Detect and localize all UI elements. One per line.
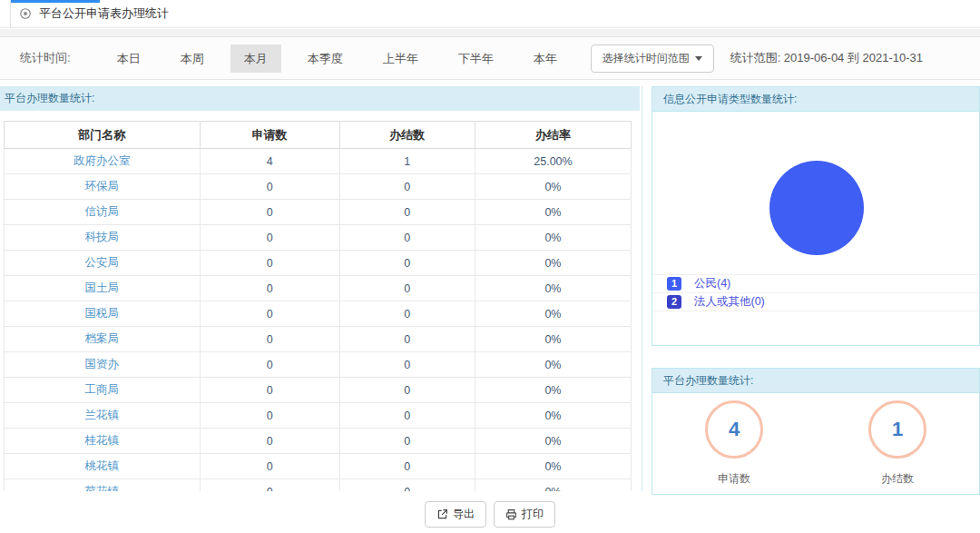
eye-icon (19, 7, 32, 20)
table-row: 信访局 0 0 0% (5, 200, 632, 225)
title-bar: 平台公开申请表办理统计 (0, 0, 980, 28)
done-rate-cell: 0% (475, 352, 631, 378)
department-stats-table-wrap: 部门名称申请数办结数办结率 政府办公室 4 1 25.00% 环保局 0 0 0… (4, 121, 632, 491)
department-link[interactable]: 国资办 (85, 358, 120, 370)
department-link[interactable]: 国税局 (85, 307, 120, 320)
apply-count-cell: 0 (200, 479, 339, 492)
apply-count-cell: 0 (200, 251, 339, 276)
done-rate-cell: 0% (475, 276, 631, 301)
done-rate-cell: 0% (475, 403, 631, 429)
table-header-cell: 部门名称 (5, 122, 201, 149)
stat-label: 申请数 (680, 471, 789, 487)
stat-circle-group: 4 申请数 (680, 400, 789, 487)
chevron-down-icon (695, 56, 702, 61)
footer-actions: 导出 打印 (0, 501, 980, 528)
time-filter-option[interactable]: 下半年 (445, 44, 507, 73)
done-rate-cell: 0% (475, 301, 631, 327)
department-link[interactable]: 国土局 (85, 281, 120, 294)
legend-label: 法人或其他(0) (694, 294, 765, 310)
select-time-range-button[interactable]: 选择统计时间范围 (591, 44, 714, 73)
pie-legend: 1 公民(4) 2 法人或其他(0) (652, 274, 979, 326)
department-link[interactable]: 政府办公室 (74, 154, 131, 167)
apply-count-cell: 0 (200, 276, 339, 301)
spacer-band (0, 29, 980, 36)
time-filter-option[interactable]: 本季度 (294, 44, 357, 73)
table-row: 工商局 0 0 0% (5, 378, 632, 403)
legend-item[interactable]: 1 公民(4) (652, 275, 979, 293)
done-count-cell: 1 (339, 149, 475, 174)
legend-index-badge: 2 (667, 295, 681, 309)
stat-circle: 1 (868, 400, 926, 459)
stat-circle: 4 (705, 400, 763, 459)
print-icon (505, 508, 517, 520)
table-row: 档案局 0 0 0% (5, 327, 632, 352)
time-filter-option[interactable]: 本周 (167, 44, 218, 73)
platform-count-panel: 平台办理数量统计: 4 申请数 1 办结数 (652, 368, 980, 495)
time-filter-label: 统计时间: (20, 50, 71, 66)
department-link[interactable]: 信访局 (85, 205, 120, 218)
export-icon (436, 508, 448, 520)
export-button-label: 导出 (453, 507, 475, 522)
legend-item[interactable]: 2 法人或其他(0) (652, 293, 979, 311)
department-stats-table: 部门名称申请数办结数办结率 政府办公室 4 1 25.00% 环保局 0 0 0… (4, 121, 632, 491)
done-count-cell: 0 (339, 352, 475, 378)
apply-count-cell: 0 (200, 378, 339, 403)
apply-count-cell: 0 (200, 429, 339, 454)
table-header-cell: 申请数 (200, 122, 339, 149)
department-link[interactable]: 档案局 (85, 332, 120, 345)
done-count-cell: 0 (339, 251, 475, 276)
print-button-label: 打印 (522, 507, 544, 522)
apply-count-cell: 0 (200, 174, 339, 200)
done-count-cell: 0 (339, 327, 475, 352)
divider (10, 0, 11, 28)
done-rate-cell: 0% (475, 225, 631, 251)
done-rate-cell: 0% (475, 200, 631, 225)
table-row: 荷花镇 0 0 0% (5, 479, 632, 492)
table-row: 政府办公室 4 1 25.00% (5, 149, 632, 174)
stat-circle-group: 1 办结数 (843, 400, 952, 487)
done-rate-cell: 0% (475, 174, 631, 200)
divider (642, 86, 642, 491)
request-type-panel-title: 信息公开申请类型数量统计: (652, 87, 979, 112)
apply-count-cell: 0 (200, 200, 339, 225)
table-row: 兰花镇 0 0 0% (5, 403, 632, 429)
table-row: 国资办 0 0 0% (5, 352, 632, 378)
table-row: 国土局 0 0 0% (5, 276, 632, 301)
apply-count-cell: 4 (200, 149, 339, 174)
export-button[interactable]: 导出 (425, 501, 486, 528)
department-link[interactable]: 桂花镇 (85, 434, 120, 447)
left-panel-title: 平台办理数量统计: (0, 86, 640, 111)
done-count-cell: 0 (339, 174, 475, 200)
time-filter-option[interactable]: 本日 (103, 44, 154, 73)
done-count-cell: 0 (339, 429, 475, 454)
time-filter-option[interactable]: 本月 (230, 44, 281, 73)
apply-count-cell: 0 (200, 454, 339, 479)
statistic-range-text: 统计范围: 2019-06-04 到 2021-10-31 (730, 50, 923, 66)
apply-count-cell: 0 (200, 327, 339, 352)
table-row: 桂花镇 0 0 0% (5, 429, 632, 454)
department-link[interactable]: 公安局 (85, 256, 120, 269)
department-link[interactable]: 工商局 (85, 383, 120, 396)
table-row: 国税局 0 0 0% (5, 301, 632, 327)
department-link[interactable]: 荷花镇 (85, 485, 120, 491)
apply-count-cell: 0 (200, 225, 339, 251)
done-count-cell: 0 (339, 225, 475, 251)
stat-label: 办结数 (843, 471, 952, 487)
done-rate-cell: 0% (475, 479, 631, 492)
page-title: 平台公开申请表办理统计 (39, 0, 169, 27)
department-link[interactable]: 科技局 (85, 231, 120, 243)
table-row: 桃花镇 0 0 0% (5, 454, 632, 479)
time-filter-option[interactable]: 本年 (520, 44, 571, 73)
department-link[interactable]: 桃花镇 (85, 459, 120, 472)
department-link[interactable]: 兰花镇 (85, 409, 120, 421)
platform-count-panel-title: 平台办理数量统计: (652, 369, 979, 393)
done-rate-cell: 0% (475, 429, 631, 454)
department-link[interactable]: 环保局 (85, 180, 120, 192)
apply-count-cell: 0 (200, 301, 339, 327)
print-button[interactable]: 打印 (494, 501, 555, 528)
done-count-cell: 0 (339, 200, 475, 225)
time-filter-option[interactable]: 上半年 (369, 44, 432, 73)
stat-circles: 4 申请数 1 办结数 (652, 393, 979, 487)
select-time-range-label: 选择统计时间范围 (603, 51, 690, 66)
done-rate-cell: 0% (475, 251, 631, 276)
